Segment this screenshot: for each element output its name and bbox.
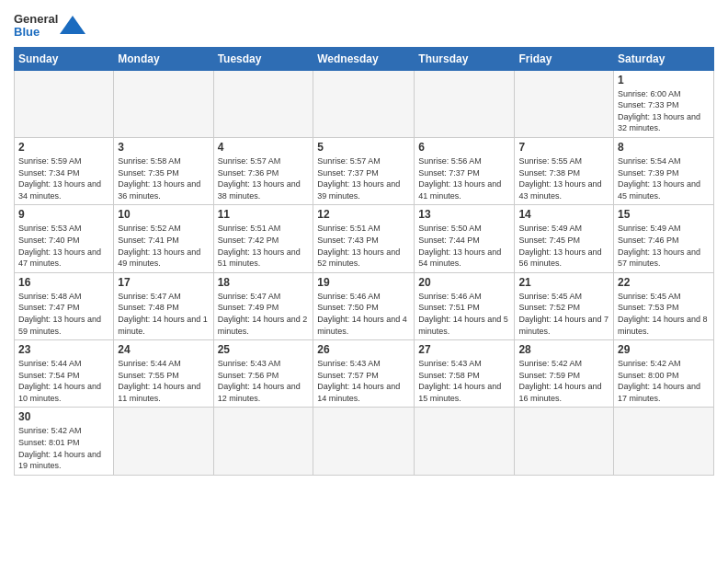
calendar-cell: 3Sunrise: 5:58 AMSunset: 7:35 PMDaylight… <box>114 137 213 204</box>
calendar-cell: 27Sunrise: 5:43 AMSunset: 7:58 PMDayligh… <box>415 340 515 408</box>
day-number: 4 <box>218 141 310 154</box>
weekday-sunday: Sunday <box>15 47 114 70</box>
calendar-cell <box>415 408 515 475</box>
calendar-body: 1Sunrise: 6:00 AMSunset: 7:33 PMDaylight… <box>15 70 714 475</box>
calendar-cell <box>515 408 614 475</box>
day-number: 30 <box>18 410 109 423</box>
day-info: Sunrise: 5:51 AMSunset: 7:42 PMDaylight:… <box>218 223 310 269</box>
calendar-cell: 21Sunrise: 5:45 AMSunset: 7:52 PMDayligh… <box>515 272 614 339</box>
calendar-cell: 30Sunrise: 5:42 AMSunset: 8:01 PMDayligh… <box>15 408 114 475</box>
day-number: 15 <box>618 208 710 221</box>
day-info: Sunrise: 5:43 AMSunset: 7:57 PMDaylight:… <box>317 358 410 404</box>
calendar-week-5: 30Sunrise: 5:42 AMSunset: 8:01 PMDayligh… <box>15 408 714 475</box>
day-number: 10 <box>118 208 209 221</box>
weekday-header-row: SundayMondayTuesdayWednesdayThursdayFrid… <box>15 47 714 70</box>
day-number: 29 <box>618 343 710 356</box>
calendar-cell: 18Sunrise: 5:47 AMSunset: 7:49 PMDayligh… <box>213 272 313 339</box>
day-info: Sunrise: 5:43 AMSunset: 7:58 PMDaylight:… <box>418 358 510 404</box>
day-info: Sunrise: 5:57 AMSunset: 7:36 PMDaylight:… <box>218 155 310 201</box>
calendar-cell: 8Sunrise: 5:54 AMSunset: 7:39 PMDaylight… <box>614 137 714 204</box>
calendar-cell: 4Sunrise: 5:57 AMSunset: 7:36 PMDaylight… <box>213 137 313 204</box>
day-info: Sunrise: 5:45 AMSunset: 7:52 PMDaylight:… <box>518 291 609 337</box>
day-info: Sunrise: 5:44 AMSunset: 7:55 PMDaylight:… <box>118 358 209 404</box>
calendar-cell: 12Sunrise: 5:51 AMSunset: 7:43 PMDayligh… <box>313 205 415 272</box>
calendar-week-0: 1Sunrise: 6:00 AMSunset: 7:33 PMDaylight… <box>15 70 714 137</box>
day-number: 8 <box>618 141 710 154</box>
calendar-cell <box>415 70 515 137</box>
calendar-cell: 24Sunrise: 5:44 AMSunset: 7:55 PMDayligh… <box>114 340 213 408</box>
calendar-cell <box>114 70 213 137</box>
day-number: 23 <box>18 343 109 356</box>
day-info: Sunrise: 6:00 AMSunset: 7:33 PMDaylight:… <box>618 88 710 134</box>
weekday-thursday: Thursday <box>415 47 515 70</box>
calendar-cell: 19Sunrise: 5:46 AMSunset: 7:50 PMDayligh… <box>313 272 415 339</box>
day-info: Sunrise: 5:57 AMSunset: 7:37 PMDaylight:… <box>317 155 410 201</box>
calendar-cell: 23Sunrise: 5:44 AMSunset: 7:54 PMDayligh… <box>15 340 114 408</box>
calendar-cell: 22Sunrise: 5:45 AMSunset: 7:53 PMDayligh… <box>614 272 714 339</box>
calendar-cell: 9Sunrise: 5:53 AMSunset: 7:40 PMDaylight… <box>15 205 114 272</box>
day-info: Sunrise: 5:54 AMSunset: 7:39 PMDaylight:… <box>618 155 710 201</box>
logo-icon <box>60 16 85 34</box>
day-info: Sunrise: 5:46 AMSunset: 7:51 PMDaylight:… <box>418 291 510 337</box>
day-number: 28 <box>518 343 609 356</box>
day-info: Sunrise: 5:52 AMSunset: 7:41 PMDaylight:… <box>118 223 209 269</box>
logo: GeneralBlue <box>14 13 85 40</box>
day-info: Sunrise: 5:51 AMSunset: 7:43 PMDaylight:… <box>317 223 410 269</box>
day-number: 16 <box>18 276 109 289</box>
calendar-cell: 16Sunrise: 5:48 AMSunset: 7:47 PMDayligh… <box>15 272 114 339</box>
day-info: Sunrise: 5:50 AMSunset: 7:44 PMDaylight:… <box>418 223 510 269</box>
calendar-cell <box>614 408 714 475</box>
day-number: 2 <box>18 141 109 154</box>
calendar-cell <box>213 408 313 475</box>
day-number: 25 <box>218 343 310 356</box>
day-number: 5 <box>317 141 410 154</box>
calendar-cell <box>313 408 415 475</box>
calendar-week-4: 23Sunrise: 5:44 AMSunset: 7:54 PMDayligh… <box>15 340 714 408</box>
calendar-week-2: 9Sunrise: 5:53 AMSunset: 7:40 PMDaylight… <box>15 205 714 272</box>
weekday-friday: Friday <box>515 47 614 70</box>
day-info: Sunrise: 5:58 AMSunset: 7:35 PMDaylight:… <box>118 155 209 201</box>
day-number: 12 <box>317 208 410 221</box>
day-number: 13 <box>418 208 510 221</box>
day-number: 27 <box>418 343 510 356</box>
day-number: 9 <box>18 208 109 221</box>
day-number: 18 <box>218 276 310 289</box>
calendar-week-3: 16Sunrise: 5:48 AMSunset: 7:47 PMDayligh… <box>15 272 714 339</box>
calendar-cell: 20Sunrise: 5:46 AMSunset: 7:51 PMDayligh… <box>415 272 515 339</box>
calendar-cell: 13Sunrise: 5:50 AMSunset: 7:44 PMDayligh… <box>415 205 515 272</box>
day-number: 22 <box>618 276 710 289</box>
day-number: 3 <box>118 141 209 154</box>
calendar-cell <box>515 70 614 137</box>
calendar-cell: 1Sunrise: 6:00 AMSunset: 7:33 PMDaylight… <box>614 70 714 137</box>
svg-marker-0 <box>60 16 85 34</box>
day-number: 21 <box>518 276 609 289</box>
calendar-cell <box>114 408 213 475</box>
day-info: Sunrise: 5:59 AMSunset: 7:34 PMDaylight:… <box>18 155 109 201</box>
calendar-cell: 28Sunrise: 5:42 AMSunset: 7:59 PMDayligh… <box>515 340 614 408</box>
day-info: Sunrise: 5:49 AMSunset: 7:46 PMDaylight:… <box>618 223 710 269</box>
day-info: Sunrise: 5:42 AMSunset: 7:59 PMDaylight:… <box>518 358 609 404</box>
calendar-cell: 17Sunrise: 5:47 AMSunset: 7:48 PMDayligh… <box>114 272 213 339</box>
day-info: Sunrise: 5:44 AMSunset: 7:54 PMDaylight:… <box>18 358 109 404</box>
calendar-cell: 26Sunrise: 5:43 AMSunset: 7:57 PMDayligh… <box>313 340 415 408</box>
weekday-monday: Monday <box>114 47 213 70</box>
day-info: Sunrise: 5:43 AMSunset: 7:56 PMDaylight:… <box>218 358 310 404</box>
calendar-cell <box>213 70 313 137</box>
day-info: Sunrise: 5:56 AMSunset: 7:37 PMDaylight:… <box>418 155 510 201</box>
weekday-saturday: Saturday <box>614 47 714 70</box>
day-number: 11 <box>218 208 310 221</box>
calendar-cell: 11Sunrise: 5:51 AMSunset: 7:42 PMDayligh… <box>213 205 313 272</box>
day-info: Sunrise: 5:42 AMSunset: 8:00 PMDaylight:… <box>618 358 710 404</box>
day-number: 1 <box>618 74 710 86</box>
calendar-cell <box>15 70 114 137</box>
weekday-wednesday: Wednesday <box>313 47 415 70</box>
calendar-cell: 25Sunrise: 5:43 AMSunset: 7:56 PMDayligh… <box>213 340 313 408</box>
calendar-cell: 2Sunrise: 5:59 AMSunset: 7:34 PMDaylight… <box>15 137 114 204</box>
day-number: 19 <box>317 276 410 289</box>
calendar-cell: 7Sunrise: 5:55 AMSunset: 7:38 PMDaylight… <box>515 137 614 204</box>
day-number: 7 <box>518 141 609 154</box>
day-info: Sunrise: 5:47 AMSunset: 7:48 PMDaylight:… <box>118 291 209 337</box>
day-number: 14 <box>518 208 609 221</box>
calendar-table: SundayMondayTuesdayWednesdayThursdayFrid… <box>14 47 714 476</box>
day-number: 17 <box>118 276 209 289</box>
